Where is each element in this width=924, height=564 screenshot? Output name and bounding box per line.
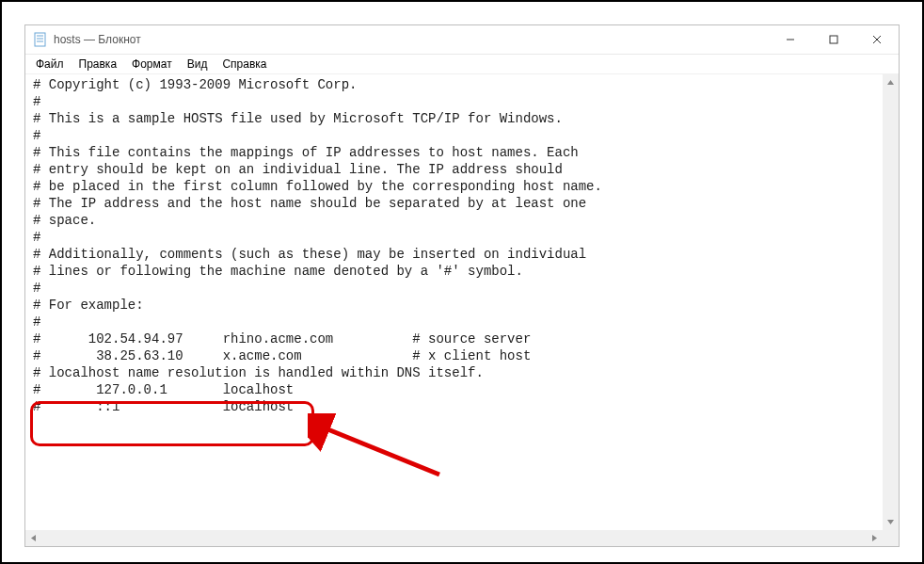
menu-edit[interactable]: Правка [72,56,124,72]
text-editor[interactable]: # Copyright (c) 1993-2009 Microsoft Corp… [25,74,883,530]
menubar: Файл Правка Формат Вид Справка [25,55,899,74]
svg-marker-10 [31,535,36,541]
scroll-right-icon[interactable] [867,530,883,546]
scroll-corner [883,530,899,546]
editor-area: # Copyright (c) 1993-2009 Microsoft Corp… [25,74,899,546]
window-title: hosts — Блокнот [54,33,141,46]
menu-view[interactable]: Вид [181,56,215,72]
svg-marker-9 [887,520,894,524]
svg-rect-0 [35,33,45,46]
svg-marker-11 [872,535,877,541]
scroll-up-icon[interactable] [883,74,899,90]
vertical-scrollbar[interactable] [883,74,899,530]
maximize-button[interactable] [812,25,855,54]
close-button[interactable] [855,25,899,54]
notepad-window: hosts — Блокнот Файл Правка Формат Вид С… [24,24,900,547]
svg-marker-8 [887,80,894,85]
scroll-left-icon[interactable] [25,530,41,546]
notepad-icon [33,32,48,47]
horizontal-scrollbar[interactable] [25,530,883,546]
menu-file[interactable]: Файл [29,56,71,72]
svg-rect-5 [830,36,837,43]
minimize-button[interactable] [769,25,812,54]
titlebar: hosts — Блокнот [25,25,899,55]
menu-help[interactable]: Справка [215,56,273,72]
scroll-down-icon[interactable] [883,514,899,530]
menu-format[interactable]: Формат [125,56,179,72]
